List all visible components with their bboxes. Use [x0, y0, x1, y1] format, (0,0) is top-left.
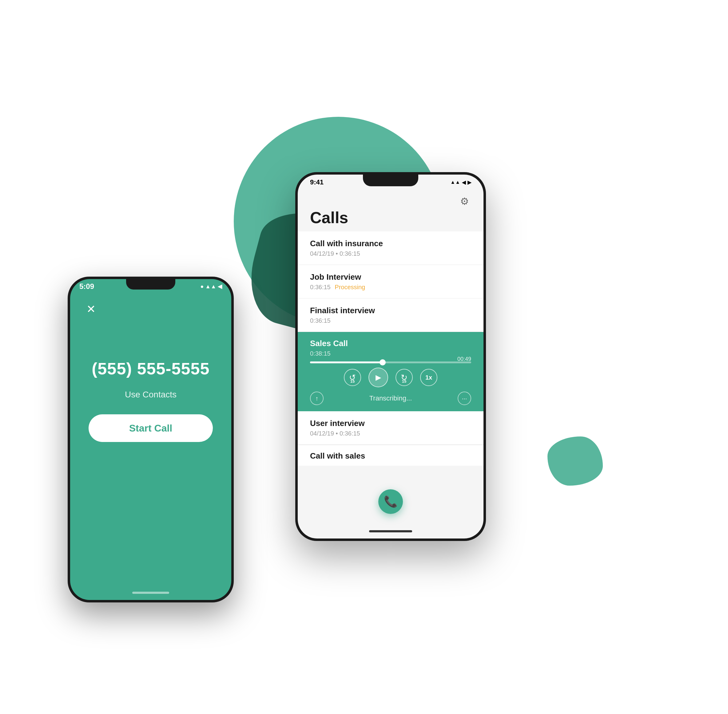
call-item-meta-active: 0:38:15 — [310, 350, 471, 357]
call-item-title: User interview — [310, 418, 471, 428]
call-item-title-active: Sales Call — [310, 339, 471, 348]
notch-left — [126, 279, 175, 290]
new-call-fab[interactable]: 📞 — [378, 489, 403, 514]
call-item-meta: 0:36:15 — [310, 317, 471, 324]
more-options-button[interactable]: ··· — [458, 392, 471, 405]
call-item-partial[interactable]: Call with sales — [298, 445, 483, 466]
play-button[interactable]: ▶ — [369, 368, 388, 387]
call-item-title: Job Interview — [310, 272, 471, 282]
use-contacts-label[interactable]: Use Contacts — [70, 390, 231, 400]
call-list: Call with insurance 04/12/19 • 0:36:15 J… — [298, 231, 483, 466]
blob-decoration-small — [548, 436, 603, 486]
call-item-insurance[interactable]: Call with insurance 04/12/19 • 0:36:15 — [298, 231, 483, 265]
settings-icon[interactable]: ⚙ — [458, 195, 471, 208]
call-item-meta: 04/12/19 • 0:36:15 — [310, 250, 471, 257]
call-item-title: Finalist interview — [310, 306, 471, 315]
audio-progress-bar[interactable]: 00:49 — [310, 362, 471, 363]
status-icons-left: ● ▲▲ ◀ — [200, 283, 222, 290]
close-button[interactable]: ✕ — [83, 301, 100, 318]
playback-controls: ↺ 15 ▶ ↻ 15 1x — [310, 368, 471, 387]
transcribing-row: ↑ Transcribing... ··· — [310, 390, 471, 406]
time-right: 9:41 — [310, 178, 323, 186]
call-item-finalist[interactable]: Finalist interview 0:36:15 — [298, 298, 483, 332]
processing-status: Processing — [335, 284, 365, 291]
speed-button[interactable]: 1x — [420, 369, 437, 386]
transcribing-status: Transcribing... — [323, 394, 458, 402]
phone-left: 5:09 ● ▲▲ ◀ ✕ (555) 555-5555 Use Contact… — [68, 277, 234, 602]
call-item-user-interview[interactable]: User interview 04/12/19 • 0:36:15 — [298, 411, 483, 445]
call-item-meta: 0:36:15 Processing — [310, 284, 471, 291]
phone-right-screen: 9:41 ▲▲ ◀ ▶ ⚙ Calls Call with insurance … — [298, 175, 483, 538]
phone-number-display: (555) 555-5555 — [70, 359, 231, 378]
forward-button[interactable]: ↻ 15 — [396, 369, 413, 386]
status-bar-right: 9:41 ▲▲ ◀ ▶ — [310, 178, 471, 186]
call-item-title: Call with sales — [310, 451, 471, 461]
rewind-button[interactable]: ↺ 15 — [344, 369, 361, 386]
page-title: Calls — [310, 208, 348, 227]
home-indicator-right — [369, 530, 412, 532]
progress-thumb[interactable] — [379, 359, 386, 366]
call-item-job-interview[interactable]: Job Interview 0:36:15 Processing — [298, 265, 483, 298]
phone-left-screen: 5:09 ● ▲▲ ◀ ✕ (555) 555-5555 Use Contact… — [70, 279, 231, 600]
call-item-active-sales[interactable]: Sales Call 0:38:15 00:49 ↺ 15 ▶ — [298, 332, 483, 411]
progress-time: 00:49 — [457, 356, 471, 362]
call-item-meta: 04/12/19 • 0:36:15 — [310, 430, 471, 437]
phone-right: 9:41 ▲▲ ◀ ▶ ⚙ Calls Call with insurance … — [295, 172, 486, 541]
time-left: 5:09 — [79, 282, 94, 291]
call-item-title: Call with insurance — [310, 239, 471, 248]
status-icons-right: ▲▲ ◀ ▶ — [450, 180, 471, 185]
home-indicator-left — [132, 592, 169, 594]
progress-fill — [310, 362, 383, 363]
share-button[interactable]: ↑ — [310, 392, 323, 405]
start-call-button[interactable]: Start Call — [89, 414, 213, 442]
